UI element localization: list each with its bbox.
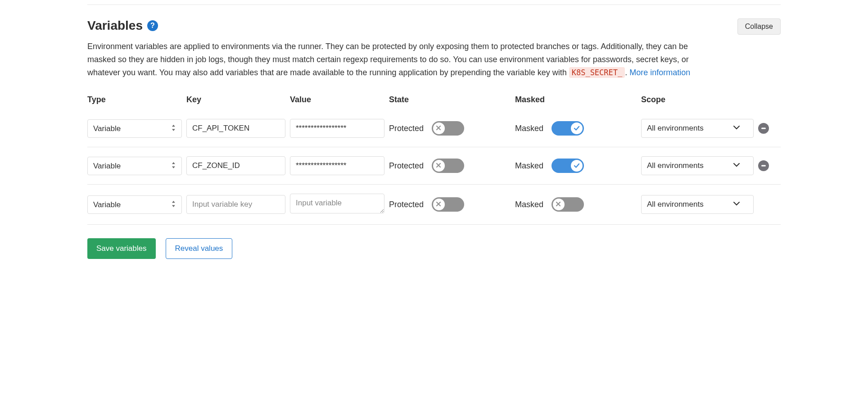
reveal-values-button[interactable]: Reveal values	[166, 238, 233, 259]
value-input[interactable]	[290, 156, 384, 175]
protected-label: Protected	[389, 161, 424, 171]
col-key: Key	[186, 95, 285, 104]
col-value: Value	[290, 95, 384, 104]
table-row: Variable Protected Masked All environmen…	[87, 110, 781, 147]
key-input[interactable]	[186, 119, 285, 138]
section-title: Variables	[87, 18, 143, 33]
code-snippet: K8S_SECRET_	[569, 67, 625, 78]
chevron-down-icon	[733, 161, 740, 170]
save-variables-button[interactable]: Save variables	[87, 238, 156, 259]
col-type: Type	[87, 95, 182, 104]
remove-variable-button[interactable]	[758, 160, 769, 171]
protected-label: Protected	[389, 124, 424, 133]
key-input[interactable]	[186, 195, 285, 214]
more-information-link[interactable]: More information	[629, 68, 690, 77]
help-icon[interactable]: ?	[147, 20, 158, 31]
variables-table: Type Key Value State Masked Scope Variab…	[87, 95, 781, 225]
col-masked: Masked	[515, 95, 637, 104]
chevron-down-icon	[733, 124, 740, 133]
protected-toggle[interactable]	[432, 121, 464, 136]
masked-label: Masked	[515, 124, 543, 133]
chevron-down-icon	[733, 200, 740, 209]
protected-toggle[interactable]	[432, 197, 464, 212]
masked-label: Masked	[515, 161, 543, 171]
scope-select[interactable]: All environments	[641, 195, 754, 214]
scope-select[interactable]: All environments	[641, 156, 754, 175]
collapse-button[interactable]: Collapse	[737, 18, 781, 35]
table-row: Variable Protected Masked All environmen…	[87, 147, 781, 185]
protected-toggle[interactable]	[432, 159, 464, 173]
type-select[interactable]: Variable	[87, 119, 182, 138]
remove-variable-button[interactable]	[758, 123, 769, 134]
table-header: Type Key Value State Masked Scope	[87, 95, 781, 110]
key-input[interactable]	[186, 156, 285, 175]
protected-label: Protected	[389, 200, 424, 209]
scope-value: All environments	[647, 124, 704, 133]
type-select[interactable]: Variable	[87, 157, 182, 175]
scope-value: All environments	[647, 200, 704, 209]
scope-select[interactable]: All environments	[641, 119, 754, 138]
value-input[interactable]	[290, 194, 384, 213]
masked-toggle[interactable]	[552, 197, 584, 212]
value-input[interactable]	[290, 119, 384, 138]
type-select[interactable]: Variable	[87, 195, 182, 214]
scope-value: All environments	[647, 161, 704, 170]
col-scope: Scope	[641, 95, 754, 104]
section-description: Environment variables are applied to env…	[87, 40, 709, 79]
masked-toggle[interactable]	[552, 159, 584, 173]
table-row: Variable Protected Masked All environmen…	[87, 185, 781, 225]
col-state: State	[389, 95, 511, 104]
divider	[87, 5, 781, 5]
masked-label: Masked	[515, 200, 543, 209]
masked-toggle[interactable]	[552, 121, 584, 136]
